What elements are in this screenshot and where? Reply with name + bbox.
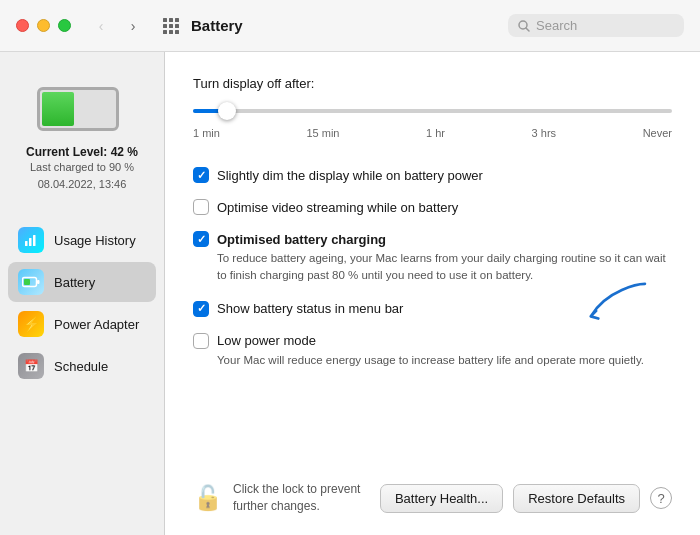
maximize-button[interactable] xyxy=(58,19,71,32)
option-optimise-video: Optimise video streaming while on batter… xyxy=(193,191,672,223)
grid-icon[interactable] xyxy=(163,18,179,34)
search-placeholder: Search xyxy=(536,18,577,33)
checkbox-optimised-charging[interactable] xyxy=(193,231,209,247)
restore-defaults-button[interactable]: Restore Defaults xyxy=(513,484,640,513)
last-charged-info: Last charged to 90 % 08.04.2022, 13:46 xyxy=(26,159,138,192)
help-button[interactable]: ? xyxy=(650,487,672,509)
last-charged-line1: Last charged to 90 % xyxy=(30,161,134,173)
last-charged-line2: 08.04.2022, 13:46 xyxy=(38,178,127,190)
lock-text: Click the lock to prevent further change… xyxy=(233,481,368,515)
forward-button[interactable]: › xyxy=(119,16,147,36)
checkbox-show-status[interactable] xyxy=(193,301,209,317)
svg-rect-3 xyxy=(29,238,32,246)
label-optimised-charging: Optimised battery charging xyxy=(217,232,386,247)
label-dim-display: Slightly dim the display while on batter… xyxy=(217,168,483,183)
sidebar-item-schedule[interactable]: 📅 Schedule xyxy=(8,346,156,386)
slider-label-never: Never xyxy=(643,127,672,139)
sidebar-item-power-adapter[interactable]: ⚡ Power Adapter xyxy=(8,304,156,344)
checkbox-dim-display[interactable] xyxy=(193,167,209,183)
search-icon xyxy=(518,20,530,32)
slider-label-1min: 1 min xyxy=(193,127,220,139)
svg-rect-2 xyxy=(25,241,28,246)
battery-health-button[interactable]: Battery Health... xyxy=(380,484,503,513)
sidebar-item-battery[interactable]: Battery xyxy=(8,262,156,302)
battery-sidebar-icon xyxy=(18,269,44,295)
minimize-button[interactable] xyxy=(37,19,50,32)
checkbox-optimise-video[interactable] xyxy=(193,199,209,215)
slider-labels: 1 min 15 min 1 hr 3 hrs Never xyxy=(193,127,672,139)
slider-label-3hrs: 3 hrs xyxy=(532,127,556,139)
description-low-power: Your Mac will reduce energy usage to inc… xyxy=(217,352,672,369)
page-title: Battery xyxy=(191,17,496,34)
option-low-power: Low power mode Your Mac will reduce ener… xyxy=(193,325,672,377)
bottom-bar: 🔓 Click the lock to prevent further chan… xyxy=(193,465,672,515)
main-layout: Current Level: 42 % Last charged to 90 %… xyxy=(0,52,700,535)
nav-buttons: ‹ › xyxy=(87,16,147,36)
checkbox-low-power[interactable] xyxy=(193,333,209,349)
back-button[interactable]: ‹ xyxy=(87,16,115,36)
label-low-power: Low power mode xyxy=(217,333,316,348)
slider-label-1hr: 1 hr xyxy=(426,127,445,139)
svg-rect-6 xyxy=(24,279,30,285)
bottom-buttons: Battery Health... Restore Defaults ? xyxy=(380,484,672,513)
svg-rect-4 xyxy=(33,235,36,246)
schedule-label: Schedule xyxy=(54,359,108,374)
current-level: Current Level: 42 % xyxy=(26,145,138,159)
search-box[interactable]: Search xyxy=(508,14,684,37)
titlebar: ‹ › Battery Search xyxy=(0,0,700,52)
svg-line-1 xyxy=(526,28,529,31)
option-optimised-charging: Optimised battery charging To reduce bat… xyxy=(193,223,672,293)
slider-thumb[interactable] xyxy=(218,102,236,120)
label-show-status: Show battery status in menu bar xyxy=(217,301,403,316)
traffic-lights xyxy=(16,19,71,32)
power-adapter-icon: ⚡ xyxy=(18,311,44,337)
power-adapter-label: Power Adapter xyxy=(54,317,139,332)
schedule-icon: 📅 xyxy=(18,353,44,379)
description-optimised-charging: To reduce battery ageing, your Mac learn… xyxy=(217,250,672,285)
slider-label: Turn display off after: xyxy=(193,76,672,91)
usage-history-icon xyxy=(18,227,44,253)
option-show-status: Show battery status in menu bar xyxy=(193,293,672,325)
lock-area: 🔓 Click the lock to prevent further chan… xyxy=(193,481,368,515)
sidebar-item-usage-history[interactable]: Usage History xyxy=(8,220,156,260)
sidebar-nav: Usage History Battery ⚡ Power Adapt xyxy=(0,216,164,390)
lock-icon[interactable]: 🔓 xyxy=(193,484,223,512)
sidebar: Current Level: 42 % Last charged to 90 %… xyxy=(0,52,165,535)
usage-history-label: Usage History xyxy=(54,233,136,248)
battery-text-info: Current Level: 42 % Last charged to 90 %… xyxy=(26,145,138,192)
slider-label-15min: 15 min xyxy=(306,127,339,139)
svg-rect-7 xyxy=(37,280,40,284)
label-optimise-video: Optimise video streaming while on batter… xyxy=(217,200,458,215)
option-dim-display: Slightly dim the display while on batter… xyxy=(193,159,672,191)
battery-icon xyxy=(37,82,127,137)
battery-info-section: Current Level: 42 % Last charged to 90 %… xyxy=(0,72,164,212)
close-button[interactable] xyxy=(16,19,29,32)
slider-track xyxy=(193,109,672,113)
battery-label: Battery xyxy=(54,275,95,290)
slider-section: Turn display off after: 1 min 15 min 1 h… xyxy=(193,76,672,139)
slider-track-wrapper[interactable] xyxy=(193,101,672,121)
content-area: Turn display off after: 1 min 15 min 1 h… xyxy=(165,52,700,535)
options-list: Slightly dim the display while on batter… xyxy=(193,159,672,377)
